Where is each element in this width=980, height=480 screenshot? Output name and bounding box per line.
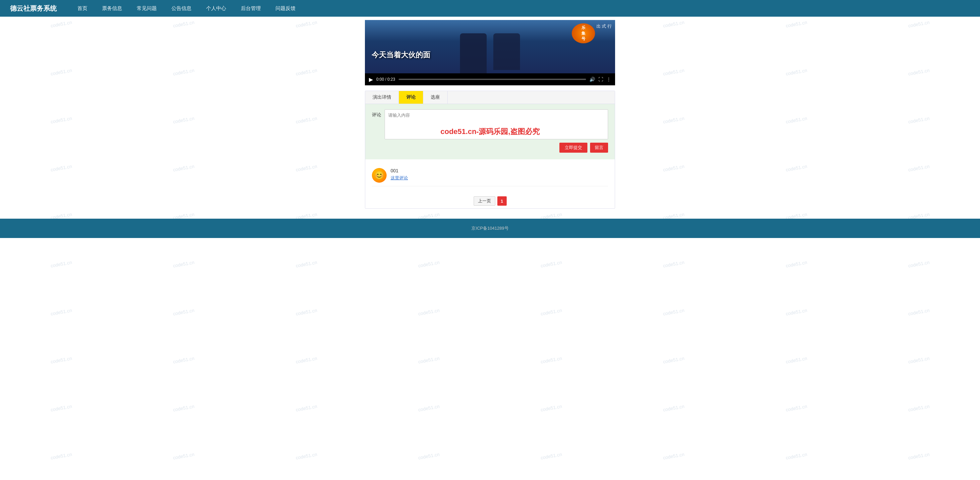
- comment-username: 001: [391, 168, 608, 173]
- content-card: 演出详情 评论 选座 评论 code51.cn-源码乐园,盗图必究 立即提交 留…: [365, 91, 615, 209]
- comment-textarea[interactable]: [385, 109, 608, 139]
- reply-link[interactable]: 这里评论: [391, 175, 408, 181]
- watermark-cell: code51.cn: [119, 422, 248, 480]
- watermark-cell: code51.cn: [0, 422, 126, 480]
- comment-list: 😊 001 这里评论: [365, 159, 615, 192]
- watermark-cell: code51.cn: [242, 326, 371, 394]
- watermark-cell: code51.cn: [732, 422, 861, 480]
- navbar: 德云社票务系统 首页 票务信息 常见问题 公告信息 个人中心 后台管理 问题反馈: [0, 0, 980, 17]
- watermark-cell: code51.cn: [609, 278, 738, 346]
- watermark-cell: code51.cn: [854, 326, 980, 394]
- watermark-cell: code51.cn: [0, 374, 126, 442]
- brand-title: 德云社票务系统: [10, 4, 57, 13]
- tab-select-seat[interactable]: 选座: [423, 91, 448, 104]
- nav-profile[interactable]: 个人中心: [199, 0, 234, 17]
- time-display: 0:00 / 0:23: [376, 77, 395, 82]
- fullscreen-button[interactable]: ⛶: [598, 77, 603, 82]
- comment-form-row: 评论: [372, 109, 608, 139]
- watermark-cell: code51.cn: [854, 422, 980, 480]
- nav-faq[interactable]: 常见问题: [129, 0, 164, 17]
- pagination: 上一页 1: [365, 192, 615, 208]
- reset-button[interactable]: 留言: [590, 143, 608, 153]
- watermark-cell: code51.cn: [487, 278, 616, 346]
- watermark-cell: code51.cn: [609, 230, 738, 298]
- navbar-menu: 首页 票务信息 常见问题 公告信息 个人中心 后台管理 问题反馈: [70, 0, 303, 17]
- watermark-cell: code51.cn: [0, 230, 126, 298]
- watermark-cell: code51.cn: [732, 230, 861, 298]
- volume-button[interactable]: 🔊: [589, 77, 595, 82]
- video-logo: 乐 集 号: [572, 23, 595, 43]
- tab-comments[interactable]: 评论: [399, 91, 423, 104]
- comment-buttons: 立即提交 留言: [385, 143, 608, 153]
- watermark-cell: code51.cn: [609, 374, 738, 442]
- video-controls: ▶ 0:00 / 0:23 🔊 ⛶ ⋮: [365, 73, 615, 86]
- comment-body: 001 这里评论: [391, 168, 608, 181]
- video-container: 今天当着大伙的面 出 式 行 乐 集 号: [365, 20, 615, 73]
- icp-text: 京ICP备1041289号: [471, 226, 508, 231]
- watermark-cell: code51.cn: [242, 374, 371, 442]
- watermark-cell: code51.cn: [242, 278, 371, 346]
- watermark-cell: code51.cn: [119, 374, 248, 442]
- nav-admin[interactable]: 后台管理: [234, 0, 268, 17]
- watermark-cell: code51.cn: [119, 278, 248, 346]
- watermark-cell: code51.cn: [487, 374, 616, 442]
- main-content: 今天当着大伙的面 出 式 行 乐 集 号 ▶ 0:00 / 0:23 🔊 ⛶ ⋮…: [0, 17, 980, 209]
- watermark-cell: code51.cn: [242, 230, 371, 298]
- footer: 京ICP备1041289号: [0, 219, 980, 238]
- watermark-cell: code51.cn: [609, 422, 738, 480]
- page-number-1[interactable]: 1: [497, 196, 507, 206]
- comment-section: 评论 code51.cn-源码乐园,盗图必究 立即提交 留言: [365, 104, 615, 159]
- play-button[interactable]: ▶: [369, 76, 373, 83]
- nav-tickets[interactable]: 票务信息: [95, 0, 129, 17]
- watermark-cell: code51.cn: [119, 326, 248, 394]
- watermark-cell: code51.cn: [364, 326, 493, 394]
- watermark-cell: code51.cn: [0, 326, 126, 394]
- video-overlay-text: 今天当着大伙的面: [372, 50, 430, 60]
- watermark-cell: code51.cn: [364, 422, 493, 480]
- watermark-cell: code51.cn: [364, 278, 493, 346]
- tabs-bar: 演出详情 评论 选座: [365, 91, 615, 104]
- nav-feedback[interactable]: 问题反馈: [268, 0, 303, 17]
- watermark-cell: code51.cn: [0, 278, 126, 346]
- watermark-cell: code51.cn: [732, 278, 861, 346]
- watermark-cell: code51.cn: [732, 374, 861, 442]
- tab-performance-details[interactable]: 演出详情: [365, 91, 399, 104]
- video-wrapper: 今天当着大伙的面 出 式 行 乐 集 号 ▶ 0:00 / 0:23 🔊 ⛶ ⋮: [365, 20, 615, 86]
- nav-home[interactable]: 首页: [70, 0, 95, 17]
- progress-bar[interactable]: [399, 79, 586, 80]
- nav-announcement[interactable]: 公告信息: [164, 0, 199, 17]
- comment-label: 评论: [372, 109, 381, 118]
- watermark-cell: code51.cn: [119, 230, 248, 298]
- watermark-cell: code51.cn: [364, 230, 493, 298]
- watermark-cell: code51.cn: [609, 326, 738, 394]
- watermark-cell: code51.cn: [854, 278, 980, 346]
- video-top-right-text: 出 式 行: [597, 23, 612, 29]
- watermark-cell: code51.cn: [487, 230, 616, 298]
- watermark-cell: code51.cn: [487, 422, 616, 480]
- submit-button[interactable]: 立即提交: [559, 143, 587, 153]
- watermark-cell: code51.cn: [487, 326, 616, 394]
- prev-page-button[interactable]: 上一页: [474, 196, 495, 206]
- more-button[interactable]: ⋮: [606, 77, 611, 82]
- watermark-cell: code51.cn: [242, 422, 371, 480]
- watermark-cell: code51.cn: [854, 230, 980, 298]
- avatar: 😊: [372, 168, 387, 183]
- watermark-cell: code51.cn: [732, 326, 861, 394]
- watermark-cell: code51.cn: [364, 374, 493, 442]
- table-row: 😊 001 这里评论: [372, 165, 608, 186]
- watermark-cell: code51.cn: [854, 374, 980, 442]
